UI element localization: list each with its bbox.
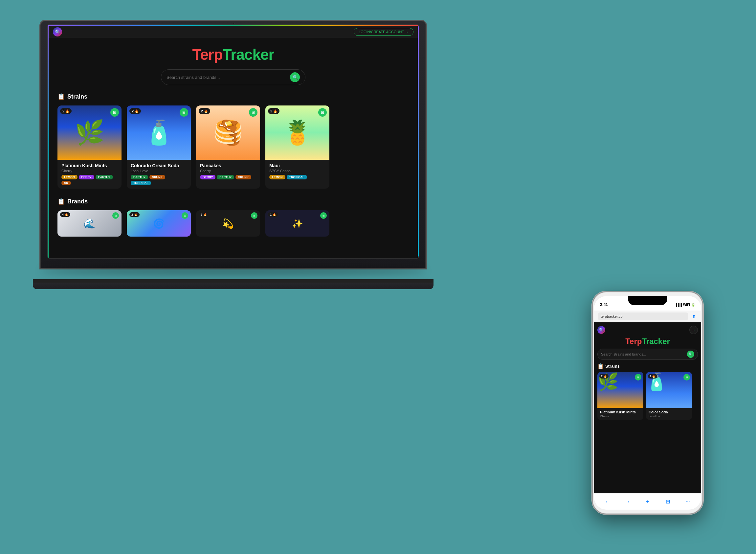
grid-icon: ⊞	[182, 110, 186, 115]
brand-card-3[interactable]: 💫 2 🔥 ⊞	[196, 210, 260, 236]
phone-tabs-button[interactable]: ⊞	[662, 496, 674, 508]
wifi-icon: WiFi	[683, 303, 690, 307]
brand-card-2[interactable]: 🌀 2 🔥 ⊞	[127, 210, 191, 236]
strain-card-pancakes[interactable]: 2 🔥 ⊞ 🥞 Pancakes	[196, 106, 260, 188]
strain-card-platinum[interactable]: 2 🔥 ⊞ 🌿 Platinum Kush Mints	[58, 106, 122, 188]
phone-app-logo: 🔍	[597, 326, 605, 334]
phone-search-bar: 🔍	[597, 349, 698, 360]
phone-status-right: ▐▐▐ WiFi 🔋	[675, 303, 695, 307]
search-bar: 🔍	[161, 69, 305, 85]
badge-count: 2	[132, 109, 134, 113]
badge-count: 2	[62, 109, 64, 113]
phone-forward-button[interactable]: →	[622, 496, 633, 508]
tag-earthy: EARTHY	[217, 175, 234, 179]
battery-icon: 🔋	[691, 303, 695, 307]
grid-icon: ⊞	[113, 110, 116, 115]
tag-berry: BERRY	[200, 175, 215, 179]
strain-card-maui[interactable]: 2 🔥 ⊞ 🍍 Maui	[265, 106, 329, 188]
brand-badge-3: 2 🔥	[199, 212, 209, 217]
title-tracker: Tracker	[223, 46, 274, 63]
phone-app-title: TerpTracker	[597, 337, 698, 346]
phone-more-button[interactable]: ···	[682, 496, 694, 508]
card-name-platinum: Platinum Kush Mints	[61, 163, 118, 168]
phone-card-info-platinum: Platinum Kush Mints Cherry	[597, 408, 643, 420]
brand-card-1[interactable]: 🌊 4 🔥 ⊞	[58, 210, 122, 236]
strains-section-title: Strains	[67, 93, 87, 100]
laptop-body: 🔍 LOGIN/CREATE ACCOUNT → TerpTracker	[40, 20, 427, 269]
card-badge-count-pancakes: 2 🔥	[199, 108, 210, 114]
card-image-platinum: 2 🔥 ⊞ 🌿	[58, 106, 122, 160]
brands-section-title: Brands	[67, 198, 88, 205]
strain-card-colorado[interactable]: 2 🔥 ⊞ 🧴 Colorado Cream Soda	[127, 106, 191, 188]
card-brand-colorado: Locol Love	[131, 169, 187, 173]
phone-login-button[interactable]: →	[689, 326, 698, 334]
brands-section: 📋 Brands 🌊 4 🔥 ⊞	[58, 198, 409, 236]
search-input[interactable]	[167, 75, 288, 80]
card-brand-pancakes: Cherry	[200, 169, 256, 173]
phone-search-button[interactable]: 🔍	[687, 350, 694, 358]
phone-search-input[interactable]	[601, 352, 685, 356]
main-content: TerpTracker 🔍 📋 Strains	[48, 38, 419, 258]
login-button[interactable]: LOGIN/CREATE ACCOUNT →	[354, 28, 414, 36]
phone-strains-icon: 📋	[597, 363, 604, 369]
phone: 2:41 ▐▐▐ WiFi 🔋 terptracker.co ⬆ 🔍	[592, 291, 703, 514]
card-info-platinum: Platinum Kush Mints Cherry LEMON BERRY E…	[58, 160, 122, 188]
app-title: TerpTracker	[58, 46, 409, 63]
phone-share-button[interactable]: ⬆	[691, 313, 697, 320]
brand-badge-right-1: ⊞	[112, 212, 119, 219]
phone-fire-icon: 🔥	[603, 375, 607, 378]
search-button[interactable]: 🔍	[290, 72, 300, 82]
card-name-pancakes: Pancakes	[200, 163, 256, 168]
screen-right-border-accent	[418, 24, 419, 258]
tag-tropical: TROPICAL	[131, 181, 151, 185]
tag-sk: SK	[61, 181, 71, 185]
phone-notch	[628, 296, 667, 305]
tag-berry: BERRY	[79, 175, 94, 179]
phone-main-content: 🔍 → TerpTracker 🔍 📋 Strains	[594, 322, 701, 493]
phone-url-bar[interactable]: terptracker.co	[598, 313, 688, 320]
brand-cards-preview: 🌊 4 🔥 ⊞ 🌀 2 🔥	[58, 210, 409, 236]
phone-card-name-colorado: Color Soda	[649, 410, 689, 414]
card-tags-platinum: LEMON BERRY EARTHY SK	[61, 175, 118, 185]
laptop-screen-bezel: 🔍 LOGIN/CREATE ACCOUNT → TerpTracker	[47, 24, 419, 259]
phone-card-colorado[interactable]: 2 🔥 ⊞ 🧴 Color Soda Locol Lo...	[646, 372, 692, 420]
laptop: 🔍 LOGIN/CREATE ACCOUNT → TerpTracker	[40, 20, 427, 289]
phone-url-text: terptracker.co	[601, 315, 623, 318]
phone-card-image-platinum: 2 🔥 ⊞ 🌿	[597, 372, 643, 408]
card-info-colorado: Colorado Cream Soda Locol Love EARTHY SK…	[127, 160, 191, 188]
phone-body: 2:41 ▐▐▐ WiFi 🔋 terptracker.co ⬆ 🔍	[592, 291, 703, 514]
card-info-maui: Maui SPCY Canna LEMON TROPICAL	[265, 160, 329, 183]
card-brand-platinum: Cherry	[61, 169, 118, 173]
fire-icon: 🔥	[204, 109, 208, 113]
phone-browser-bar: terptracker.co ⬆	[594, 311, 701, 322]
browser-nav: 🔍 LOGIN/CREATE ACCOUNT →	[48, 26, 419, 38]
phone-back-button[interactable]: ←	[602, 496, 614, 508]
fire-icon: 🔥	[135, 109, 139, 113]
card-name-colorado: Colorado Cream Soda	[131, 163, 187, 168]
laptop-hinge	[33, 279, 434, 283]
phone-nav: 🔍 →	[597, 326, 698, 334]
signal-icon: ▐▐▐	[675, 303, 682, 307]
phone-time: 2:41	[600, 302, 608, 307]
brand-emoji-4: ✨	[292, 218, 303, 229]
phone-card-name-platinum: Platinum Kush Mints	[600, 410, 641, 414]
tag-lemon: LEMON	[269, 175, 286, 179]
card-badge-right-maui: ⊞	[318, 108, 327, 117]
card-emoji-platinum: 🌿	[75, 119, 105, 147]
laptop-screen-content: 🔍 LOGIN/CREATE ACCOUNT → TerpTracker	[48, 24, 419, 258]
card-badge-count-platinum: 2 🔥	[60, 108, 72, 114]
card-badge-count-colorado: 2 🔥	[129, 108, 141, 114]
strains-icon: 📋	[58, 93, 65, 100]
phone-badge-count: 2	[649, 375, 651, 378]
brands-section-header: 📋 Brands	[58, 198, 409, 205]
phone-add-button[interactable]: +	[642, 496, 653, 508]
phone-screen: 2:41 ▐▐▐ WiFi 🔋 terptracker.co ⬆ 🔍	[594, 296, 701, 510]
phone-card-platinum[interactable]: 2 🔥 ⊞ 🌿 Platinum Kush Mints Cherry	[597, 372, 643, 420]
phone-strains-header: 📋 Strains	[597, 363, 698, 369]
brand-badge-4: 1 🔥	[268, 212, 278, 217]
badge-count: 2	[270, 109, 272, 113]
brand-card-4[interactable]: ✨ 1 🔥 ⊞	[265, 210, 329, 236]
card-image-colorado: 2 🔥 ⊞ 🧴	[127, 106, 191, 160]
phone-card-badge-right-platinum: ⊞	[635, 374, 641, 381]
phone-card-info-colorado: Color Soda Locol Lo...	[646, 408, 692, 420]
